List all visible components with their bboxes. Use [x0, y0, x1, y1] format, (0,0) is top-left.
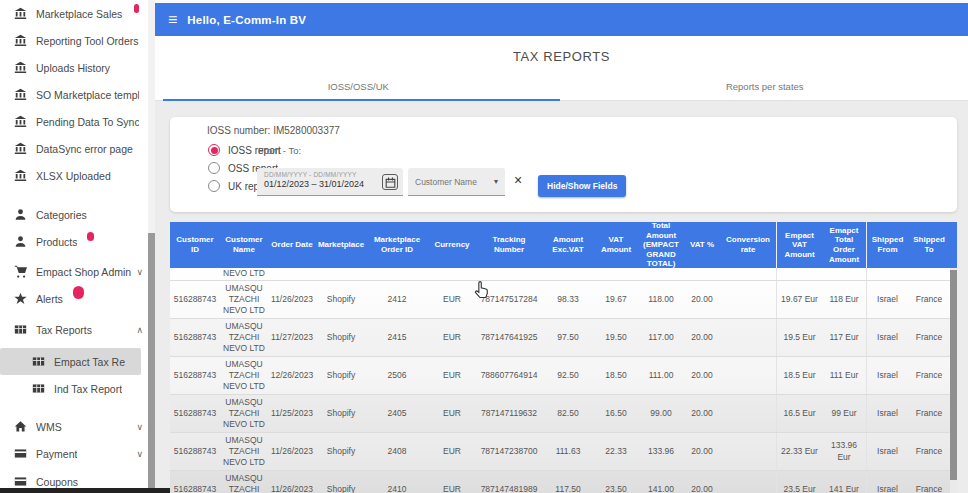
col-header-order-date[interactable]: Order Date — [268, 222, 316, 268]
cell-currency: EUR — [428, 395, 476, 432]
col-header-shipped-from[interactable]: Shipped From — [866, 222, 908, 268]
sidebar-item-label: Pending Data To Sync page — [36, 116, 139, 128]
sidebar-item-so-marketplace-templates[interactable]: SO Marketplace templates — [0, 81, 155, 108]
sidebar-item-ind-tax-report[interactable]: Ind Tax Report — [0, 375, 155, 402]
customer-name-select[interactable]: ▾ — [408, 168, 505, 196]
col-header-marketplace-order-id[interactable]: Marketplace Order ID — [366, 222, 428, 268]
table-scrollbar-thumb[interactable] — [950, 270, 957, 480]
table-row[interactable]: 516288743UMASQU TZACHI NEVO LTD11/27/202… — [170, 319, 957, 357]
chevron-down-icon: ▾ — [494, 177, 498, 186]
cell-amount-exc-vat: 82.50 — [542, 395, 594, 432]
sidebar-item-payment[interactable]: Payment∨ — [0, 440, 155, 467]
sidebar-item-label: Tax Reports — [36, 324, 92, 336]
table-row[interactable]: 516288743UMASQU TZACHI NEVO LTD11/25/202… — [170, 395, 957, 433]
cell-shipped-from: Israel — [866, 433, 908, 470]
col-header-shipped-to[interactable]: Shipped To — [908, 222, 950, 268]
col-header-total-amount-empact-grand-total[interactable]: Total Amount (EMPACT GRAND TOTAL) — [638, 222, 684, 268]
col-header-tracking-number[interactable]: Tracking Number — [476, 222, 542, 268]
hamburger-menu-icon[interactable]: ≡ — [168, 12, 177, 28]
sidebar-item-label: SO Marketplace templates — [36, 89, 139, 101]
sidebar-item-wms[interactable]: WMS∨ — [0, 413, 155, 440]
sidebar-item-alerts[interactable]: Alerts — [0, 285, 155, 312]
sidebar-item-reporting-tool-orders[interactable]: Reporting Tool Orders — [0, 27, 155, 54]
cell-tracking-number: 787147481989 — [476, 471, 542, 493]
cell-marketplace-order-id: 2410 — [366, 471, 428, 493]
hide-show-fields-button[interactable]: Hide/Show Fields — [538, 175, 626, 197]
tab-reports-per-states[interactable]: Reports per states — [562, 73, 968, 100]
col-header-empact-vat-amount[interactable]: Empact VAT Amount — [776, 222, 822, 268]
col-header-customer-name[interactable]: Customer Name — [220, 222, 268, 268]
date-range-input[interactable]: DD/MM/YYYY - DD/MM/YYYY 01/12/2023 – 31/… — [257, 168, 403, 196]
bank-icon — [14, 142, 27, 155]
sidebar-item-label: Alerts — [36, 293, 63, 305]
cell-customer-name: UMASQU TZACHI NEVO LTD — [220, 357, 268, 394]
col-header-customer-id[interactable]: Customer ID — [170, 222, 220, 268]
col-header-amount-exc-vat[interactable]: Amount Exc.VAT — [542, 222, 594, 268]
cell-total-amount-empact-grand-total: 117.00 — [638, 319, 684, 356]
header-filler — [950, 222, 957, 268]
col-header-vat-amount[interactable]: VAT Amount — [594, 222, 638, 268]
cell-marketplace-order-id: 2415 — [366, 319, 428, 356]
sidebar-item-pending-data-to-sync-page[interactable]: Pending Data To Sync page — [0, 108, 155, 135]
sidebar-item-empact-tax-report[interactable]: Empact Tax Report — [0, 348, 141, 375]
sidebar-item-tax-reports[interactable]: Tax Reports∧ — [0, 316, 155, 343]
table-header-row: Customer IDCustomer NameOrder DateMarket… — [170, 222, 957, 268]
calendar-icon[interactable] — [382, 174, 398, 190]
radio-unselected-icon — [208, 180, 220, 192]
col-header-conversion-rate[interactable]: Conversion rate — [720, 222, 776, 268]
date-range-placeholder: DD/MM/YYYY - DD/MM/YYYY — [264, 171, 377, 178]
cell-emapct-total-order-amount: 141 Eur — [822, 471, 866, 493]
cell-empact-vat-amount: 22.33 Eur — [776, 433, 822, 470]
cell-vat-amount — [594, 268, 638, 280]
col-header-emapct-total-order-amount[interactable]: Emapct Total Order Amount — [822, 222, 866, 268]
cell-shipped-to: France — [908, 395, 950, 432]
cell-order-date — [268, 268, 316, 280]
grid-icon — [32, 382, 45, 395]
cell-amount-exc-vat — [542, 268, 594, 280]
main-area: ≡ Hello, E-Comm-In BV TAX REPORTS IOSS/O… — [155, 0, 968, 493]
customer-name-input[interactable] — [415, 177, 487, 187]
cart-icon — [14, 265, 27, 278]
sidebar-item-datasync-error-page[interactable]: DataSync error page — [0, 135, 155, 162]
cell-amount-exc-vat: 117.50 — [542, 471, 594, 493]
col-header-vat[interactable]: VAT % — [684, 222, 720, 268]
cell-empact-vat-amount — [776, 268, 822, 280]
cell-emapct-total-order-amount: 133.96 Eur — [822, 433, 866, 470]
sidebar-item-uploads-history[interactable]: Uploads History — [0, 54, 155, 81]
cell-total-amount-empact-grand-total: 99.00 — [638, 395, 684, 432]
clear-filter-icon[interactable]: × — [514, 173, 522, 187]
table-row[interactable]: NEVO LTD — [170, 268, 957, 281]
cell-shipped-from: Israel — [866, 357, 908, 394]
cell-customer-id: 516288743 — [170, 281, 220, 318]
cell-emapct-total-order-amount: 117 Eur — [822, 319, 866, 356]
cell-marketplace-order-id: 2405 — [366, 395, 428, 432]
cell-shipped-from: Israel — [866, 395, 908, 432]
table-row[interactable]: 516288743UMASQU TZACHI NEVO LTD12/26/202… — [170, 357, 957, 395]
sidebar-item-label: XLSX Uploaded — [36, 170, 111, 182]
sidebar-item-categories[interactable]: Categories — [0, 201, 155, 228]
cell-vat: 20.00 — [684, 357, 720, 394]
table-row[interactable]: 516288743UMASQU TZACHI NEVO LTD11/26/202… — [170, 433, 957, 471]
sidebar-scrollbar-thumb[interactable] — [148, 233, 155, 491]
col-header-currency[interactable]: Currency — [428, 222, 476, 268]
app-bar: ≡ Hello, E-Comm-In BV — [155, 3, 968, 36]
greeting-text: Hello, E-Comm-In BV — [187, 14, 306, 26]
chevron-down-icon: ∨ — [136, 422, 143, 432]
sidebar-item-empact-shop-admin[interactable]: Empact Shop Admin∨ — [0, 258, 155, 285]
sidebar-item-products[interactable]: Products — [0, 228, 155, 255]
sidebar-item-xlsx-uploaded[interactable]: XLSX Uploaded — [0, 162, 155, 189]
bottom-edge-strip — [0, 488, 170, 493]
sidebar-item-label: Ind Tax Report — [54, 383, 122, 395]
table-row[interactable]: 516288743UMASQU TZACHI NEVO LTD11/26/202… — [170, 281, 957, 319]
bank-icon — [14, 7, 27, 20]
cell-vat-amount: 18.50 — [594, 357, 638, 394]
cell-currency: EUR — [428, 433, 476, 470]
cell-conversion-rate — [720, 281, 776, 318]
tab-ioss-oss-uk[interactable]: IOSS/OSS/UK — [155, 73, 562, 100]
table-row[interactable]: 516288743UMASQU TZACHI NEVO LTD11/26/202… — [170, 471, 957, 493]
tab-label: Reports per states — [726, 81, 804, 92]
sidebar-item-marketplace-sales-order[interactable]: Marketplace Sales Order — [0, 0, 155, 27]
cell-emapct-total-order-amount: 99 Eur — [822, 395, 866, 432]
col-header-marketplace[interactable]: Marketplace — [316, 222, 366, 268]
cell-vat: 20.00 — [684, 281, 720, 318]
